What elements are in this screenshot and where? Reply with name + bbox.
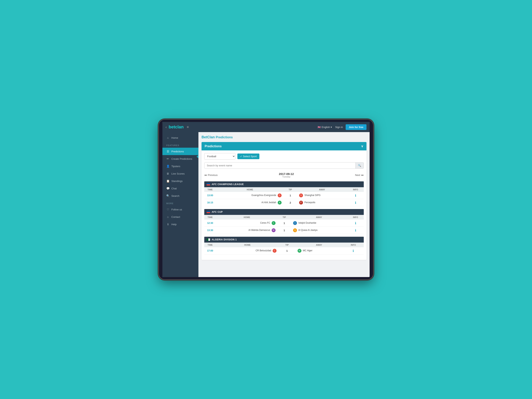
league-flag	[207, 183, 210, 186]
col-home: HOME	[216, 243, 279, 247]
sidebar-item-search[interactable]: 🔍 Search	[162, 192, 198, 200]
sidebar-label-predictions: Predictions	[171, 150, 184, 153]
match-info[interactable]: ℹ	[347, 199, 364, 206]
match-info[interactable]: ℹ	[343, 247, 364, 254]
join-button[interactable]: Join for free	[346, 124, 367, 130]
league-flag	[207, 211, 210, 213]
panel-header: Predictions ∨	[202, 142, 367, 150]
search-input[interactable]	[204, 162, 355, 168]
sidebar-item-contact[interactable]: ⌂ Contact	[162, 213, 198, 220]
sidebar-label-followus: Follow us	[171, 208, 182, 211]
info-icon[interactable]: ℹ	[353, 249, 354, 252]
tablet-frame: ‹ betclan ≡ 🇬🇧 English ▾ Sign in Join fo…	[159, 120, 373, 279]
home-badge: C	[273, 249, 277, 253]
tablet-screen: ‹ betclan ≡ 🇬🇧 English ▾ Sign in Join fo…	[162, 122, 370, 277]
match-away: Q Al Quwa Al Jawiya	[291, 227, 347, 234]
select-sport-button[interactable]: ✓ Select Sport	[237, 154, 259, 159]
match-info[interactable]: ℹ	[347, 192, 364, 199]
contact-icon: ⌂	[166, 215, 169, 219]
col-away: AWAY	[291, 215, 347, 219]
home-badge: A	[278, 201, 282, 205]
chat-icon: 💬	[166, 187, 169, 190]
home-badge: W	[272, 228, 276, 232]
match-time: 12:30	[204, 219, 216, 227]
sidebar-label-tipsters: Tipsters	[171, 165, 180, 168]
info-icon[interactable]: ℹ	[355, 194, 356, 197]
sidebar-item-home[interactable]: ⌂ Home	[162, 134, 198, 142]
date-center: 2017-09-12 Tuesday	[279, 172, 294, 178]
signin-button[interactable]: Sign in	[335, 126, 343, 129]
sidebar-item-tipsters[interactable]: 👤 Tipsters	[162, 162, 198, 170]
date-main: 2017-09-12	[279, 172, 294, 175]
home-icon: ⌂	[166, 136, 169, 139]
away-badge: Q	[293, 228, 297, 232]
brand-bold: bet	[169, 124, 175, 129]
sidebar-item-create[interactable]: ✏ Create Predictions	[162, 155, 198, 162]
sidebar-label-standings: Standings	[171, 180, 183, 183]
match-time: 13:30	[204, 227, 216, 234]
hamburger-icon[interactable]: ≡	[187, 125, 189, 129]
language-selector[interactable]: 🇬🇧 English ▾	[318, 126, 332, 129]
league-block-algeria: ALGERIA DIVISION 1 TIME HOME TIP AWAY	[204, 237, 364, 254]
match-table: TIME HOME TIP AWAY INFO 13:0	[204, 187, 364, 206]
sidebar-item-help[interactable]: ℹ Help	[162, 220, 198, 228]
sidebar-item-standings[interactable]: 📋 Standings	[162, 177, 198, 185]
match-away: S Shanghai SIPG	[297, 192, 347, 199]
predictions-icon: ☰	[166, 150, 169, 153]
next-button[interactable]: Next ⏭	[355, 174, 364, 176]
away-badge: I	[293, 221, 297, 225]
league-name: AFC CHAMPIONS LEAGUE	[212, 183, 244, 186]
next-label: Next	[355, 174, 360, 176]
prev-icon: ⏮	[204, 174, 207, 176]
panel-header-label: Predictions	[205, 145, 222, 148]
match-home: Guangzhou Evergrande G	[216, 192, 284, 199]
tipsters-icon: 👤	[166, 165, 169, 168]
match-info[interactable]: ℹ	[347, 227, 364, 234]
back-icon[interactable]: ‹	[165, 125, 167, 129]
col-info: INFO	[347, 215, 364, 219]
chevron-down-icon: ▾	[331, 126, 332, 129]
prev-button[interactable]: ⏮ Previous	[204, 174, 218, 176]
match-tip: 2	[284, 199, 297, 206]
league-block-afc-cup: AFC CUP TIME HOME TIP AWAY INFO	[204, 209, 364, 234]
col-away: AWAY	[295, 243, 343, 247]
league-block-afc-champions: AFC CHAMPIONS LEAGUE TIME HOME TIP AWAY	[204, 181, 364, 206]
col-home: HOME	[216, 215, 278, 219]
match-info[interactable]: ℹ	[347, 219, 364, 227]
page-title: BetClan Predictions	[202, 135, 367, 139]
active-arrow	[196, 155, 198, 158]
info-icon[interactable]: ℹ	[355, 221, 356, 225]
breadcrumb-brand: BetClan	[202, 135, 215, 139]
followus-icon: ♡	[166, 208, 169, 211]
away-badge: M	[298, 249, 301, 253]
match-home: CR Belouizdad C	[216, 247, 279, 254]
sidebar-section-more: MORE	[162, 200, 198, 206]
sidebar-section-features: FEATURES	[162, 142, 198, 148]
sidebar-item-chat[interactable]: 💬 Chat	[162, 185, 198, 192]
league-header: ALGERIA DIVISION 1	[204, 237, 364, 243]
match-time: 17:00	[204, 247, 216, 254]
create-icon: ✏	[166, 157, 169, 160]
livescores-icon: 🖥	[166, 172, 169, 175]
table-row: 12:30 Ceres FC C 1 I Istiqlol	[204, 219, 364, 227]
filter-row: Football ✓ Select Sport	[204, 153, 364, 160]
match-tip: 1	[278, 227, 291, 234]
sidebar-item-predictions[interactable]: ☰ Predictions	[162, 148, 198, 155]
match-tip: 1	[278, 219, 291, 227]
search-button[interactable]: 🔍	[355, 162, 364, 168]
info-icon[interactable]: ℹ	[355, 201, 356, 204]
match-table: TIME HOME TIP AWAY INFO 17:0	[204, 243, 364, 254]
away-badge: P	[299, 201, 303, 205]
info-icon[interactable]: ℹ	[355, 229, 356, 232]
sidebar-item-livescores[interactable]: 🖥 Live Scores	[162, 170, 198, 177]
col-info: INFO	[347, 187, 364, 192]
panel-body: Football ✓ Select Sport 🔍 ⏮	[202, 150, 367, 260]
sport-select[interactable]: Football	[204, 153, 235, 160]
sidebar-item-followus[interactable]: ♡ Follow us	[162, 206, 198, 213]
table-row: 13:00 Guangzhou Evergrande G 1 S	[204, 192, 364, 199]
flag-icon: 🇬🇧	[318, 126, 321, 129]
col-time: TIME	[204, 187, 216, 192]
match-away: I Istiqlol Dushanbe	[291, 219, 347, 227]
collapse-icon[interactable]: ∨	[361, 144, 363, 148]
col-home: HOME	[216, 187, 284, 192]
